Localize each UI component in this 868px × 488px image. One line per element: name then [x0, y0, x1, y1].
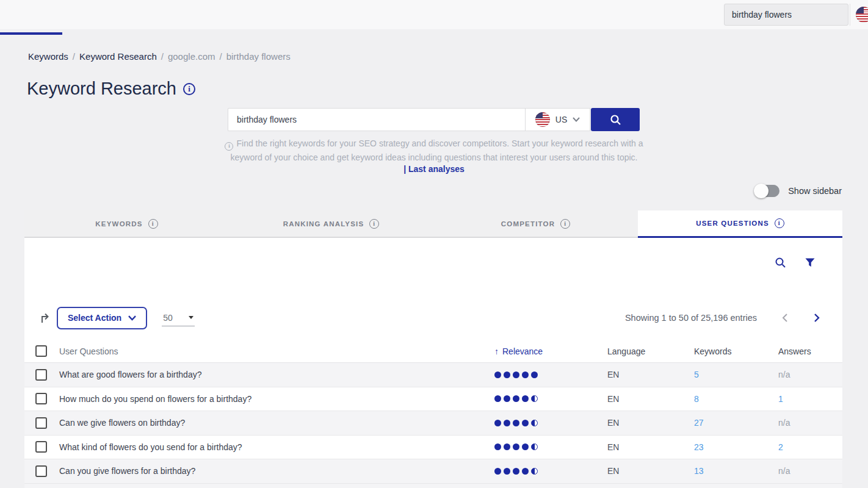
table-body: What are good flowers for a birthday? EN…: [24, 363, 842, 484]
keyword-search-bar: US: [228, 108, 640, 131]
topbar-country-flag-button[interactable]: [850, 4, 868, 26]
sort-ascending-icon: ↑: [494, 346, 499, 356]
breadcrumb-item[interactable]: google.com: [168, 51, 215, 62]
export-button[interactable]: [38, 311, 52, 325]
table-controls: Select Action 50 Showing 1 to 50 of 25,1…: [24, 306, 842, 329]
search-button[interactable]: [591, 108, 640, 131]
table-row: What are good flowers for a birthday? EN…: [24, 363, 842, 387]
last-analyses-row: | Last analyses: [0, 164, 868, 174]
breadcrumb-item[interactable]: Keyword Research: [79, 51, 157, 62]
info-icon[interactable]: i: [183, 83, 195, 95]
column-header-language[interactable]: Language: [583, 346, 670, 356]
relevance-dot: [504, 443, 510, 450]
relevance-dot: [531, 420, 538, 426]
relevance-dot: [522, 443, 529, 450]
previous-page-button[interactable]: [781, 313, 789, 323]
relevance-rating: [470, 468, 583, 475]
export-arrow-icon: [38, 311, 52, 325]
relevance-rating: [470, 420, 583, 426]
next-page-button[interactable]: [813, 313, 820, 323]
relevance-dot: [531, 371, 538, 378]
user-questions-table: User Questions ↑ Relevance Language Keyw…: [24, 340, 842, 488]
relevance-dot: [494, 420, 501, 426]
country-select[interactable]: US: [525, 108, 590, 131]
search-description-text: Find the right keywords for your SEO str…: [231, 138, 643, 162]
chevron-left-icon: [781, 313, 789, 323]
table-filter-button[interactable]: [805, 257, 816, 268]
column-header-keywords[interactable]: Keywords: [670, 346, 754, 356]
table-tools: [24, 256, 842, 268]
keywords-count-link[interactable]: 23: [670, 442, 754, 452]
answers-count: n/a: [754, 370, 842, 379]
keywords-count-link[interactable]: 13: [670, 466, 754, 476]
last-analyses-link[interactable]: | Last analyses: [403, 164, 465, 174]
tab-bar: KEYWORDS i RANKING ANALYSIS i COMPETITOR…: [24, 210, 842, 238]
info-icon[interactable]: i: [560, 219, 570, 229]
select-all-checkbox[interactable]: [35, 345, 47, 357]
language-value: EN: [583, 442, 670, 452]
relevance-dot: [522, 420, 529, 426]
caret-down-icon: [189, 316, 193, 319]
row-checkbox[interactable]: [35, 417, 47, 429]
language-value: EN: [583, 394, 670, 404]
tab[interactable]: RANKING ANALYSIS i: [229, 210, 433, 238]
answers-count: n/a: [754, 466, 842, 476]
us-flag-icon: [535, 112, 550, 127]
show-sidebar-toggle[interactable]: [755, 185, 779, 197]
breadcrumb-separator: /: [220, 51, 222, 62]
relevance-dot: [504, 468, 510, 475]
relevance-dot: [513, 371, 519, 378]
filter-icon: [805, 257, 816, 268]
breadcrumb-item[interactable]: birthday flowers: [226, 51, 291, 62]
row-checkbox[interactable]: [35, 369, 47, 381]
user-question-text: Can we give flowers on birthday?: [51, 418, 470, 428]
tab[interactable]: USER QUESTIONS i: [638, 210, 842, 238]
keywords-count-link[interactable]: 5: [670, 370, 754, 379]
table-search-button[interactable]: [775, 257, 786, 268]
country-code: US: [555, 115, 567, 124]
answers-count[interactable]: 1: [754, 394, 842, 404]
entries-summary: Showing 1 to 50 of 25,196 entries: [625, 313, 757, 323]
column-header-user-questions[interactable]: User Questions: [51, 346, 470, 356]
info-icon[interactable]: i: [148, 219, 158, 229]
row-checkbox[interactable]: [35, 393, 47, 404]
active-nav-underline: [0, 32, 62, 35]
column-header-relevance[interactable]: ↑ Relevance: [470, 346, 583, 356]
page-title-text: Keyword Research: [27, 79, 176, 99]
select-action-button[interactable]: Select Action: [57, 307, 147, 329]
chevron-down-icon: [128, 315, 136, 321]
info-icon[interactable]: i: [775, 218, 784, 228]
top-nav: [0, 0, 63, 29]
relevance-dot: [504, 420, 510, 426]
tab[interactable]: KEYWORDS i: [24, 210, 229, 238]
breadcrumb: Keywords / Keyword Research / google.com…: [28, 51, 291, 62]
topbar-search-group: [724, 4, 868, 26]
info-icon[interactable]: i: [369, 219, 379, 229]
row-checkbox[interactable]: [35, 465, 47, 477]
search-description: iFind the right keywords for your SEO st…: [220, 137, 648, 164]
relevance-rating: [470, 395, 583, 402]
column-header-answers[interactable]: Answers: [754, 346, 842, 356]
relevance-dot: [494, 443, 501, 450]
user-question-text: How much do you spend on flowers for a b…: [51, 394, 470, 404]
answers-count[interactable]: 2: [754, 442, 842, 452]
tab-label: USER QUESTIONS: [696, 220, 769, 227]
info-icon: i: [225, 142, 233, 151]
keywords-count-link[interactable]: 27: [670, 418, 754, 428]
keyword-search-input[interactable]: [228, 108, 525, 131]
page-title: Keyword Research i: [27, 79, 195, 99]
user-question-text: What kind of flowers do you send for a b…: [51, 442, 470, 452]
row-checkbox[interactable]: [35, 441, 47, 453]
table-row: How much do you spend on flowers for a b…: [24, 387, 842, 412]
sidebar-toggle-row: Show sidebar: [755, 185, 842, 197]
keywords-count-link[interactable]: 8: [670, 394, 754, 404]
topbar-search-input[interactable]: [724, 4, 848, 26]
breadcrumb-item[interactable]: Keywords: [28, 51, 68, 62]
page-size-select[interactable]: 50: [162, 309, 195, 326]
relevance-dot: [522, 468, 529, 475]
relevance-dot: [494, 468, 501, 475]
relevance-dot: [504, 395, 510, 402]
tab[interactable]: COMPETITOR i: [433, 210, 638, 238]
language-value: EN: [583, 418, 670, 428]
select-action-label: Select Action: [68, 313, 121, 323]
